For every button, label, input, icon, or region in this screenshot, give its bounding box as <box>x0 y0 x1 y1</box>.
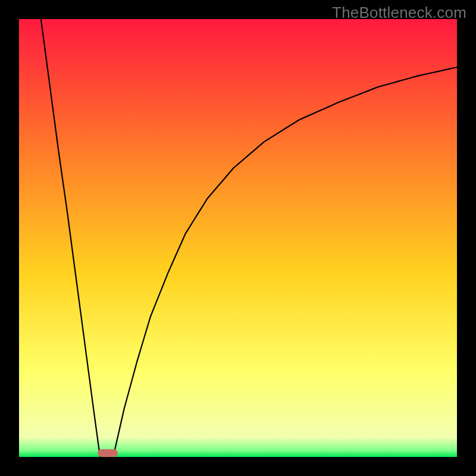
plot-area <box>19 19 457 457</box>
minimum-marker <box>98 449 117 457</box>
chart-svg <box>19 19 457 457</box>
gradient-background <box>19 19 457 457</box>
chart-frame: TheBottleneck.com <box>0 0 476 476</box>
watermark-text: TheBottleneck.com <box>332 4 466 22</box>
